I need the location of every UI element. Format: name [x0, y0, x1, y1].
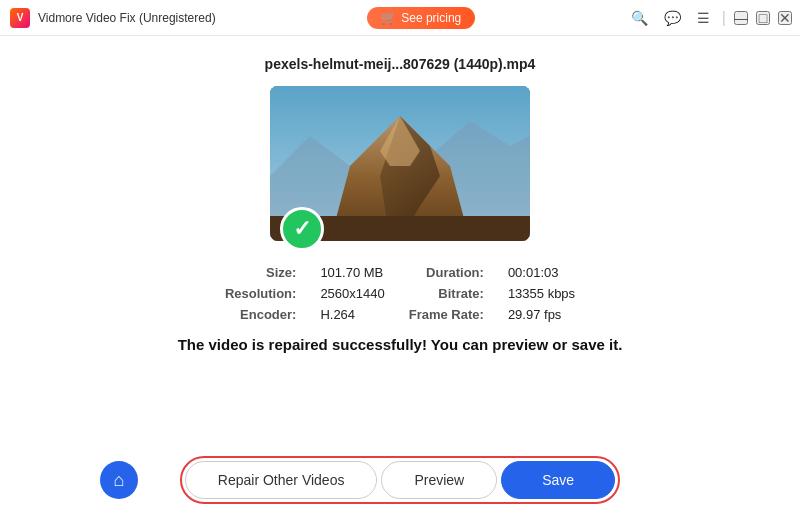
duration-label: Duration: [409, 265, 484, 280]
duration-value: 00:01:03 [508, 265, 575, 280]
menu-icon: ☰ [697, 10, 710, 26]
size-label: Size: [225, 265, 297, 280]
chat-icon: 💬 [664, 10, 681, 26]
search-icon: 🔍 [631, 10, 648, 26]
title-bar-center: 🛒 See pricing [367, 7, 475, 29]
bottom-bar: ⌂ Repair Other Videos Preview Save [40, 456, 760, 504]
cart-icon: 🛒 [381, 11, 396, 25]
encoder-label: Encoder: [225, 307, 297, 322]
repair-other-button[interactable]: Repair Other Videos [185, 461, 378, 499]
preview-button[interactable]: Preview [381, 461, 497, 499]
app-title: Vidmore Video Fix (Unregistered) [38, 11, 216, 25]
success-message: The video is repaired successfully! You … [178, 336, 623, 353]
minimize-button[interactable]: — [734, 11, 748, 25]
success-checkmark [280, 207, 324, 251]
search-button[interactable]: 🔍 [627, 8, 652, 28]
close-icon: ✕ [779, 10, 791, 26]
encoder-value: H.264 [320, 307, 384, 322]
info-grid: Size: 101.70 MB Duration: 00:01:03 Resol… [225, 265, 575, 322]
title-bar: V Vidmore Video Fix (Unregistered) 🛒 See… [0, 0, 800, 36]
bitrate-label: Bitrate: [409, 286, 484, 301]
minimize-icon: — [734, 10, 748, 26]
size-value: 101.70 MB [320, 265, 384, 280]
home-button[interactable]: ⌂ [100, 461, 138, 499]
home-icon: ⌂ [114, 470, 125, 491]
file-name: pexels-helmut-meij...807629 (1440p).mp4 [265, 56, 536, 72]
chat-button[interactable]: 💬 [660, 8, 685, 28]
bitrate-value: 13355 kbps [508, 286, 575, 301]
title-bar-left: V Vidmore Video Fix (Unregistered) [10, 8, 216, 28]
see-pricing-button[interactable]: 🛒 See pricing [367, 7, 475, 29]
resolution-value: 2560x1440 [320, 286, 384, 301]
action-buttons-group: Repair Other Videos Preview Save [180, 456, 620, 504]
separator: | [722, 9, 726, 27]
framerate-value: 29.97 fps [508, 307, 575, 322]
video-container [270, 86, 530, 241]
framerate-label: Frame Rate: [409, 307, 484, 322]
maximize-icon: □ [759, 10, 767, 26]
app-icon: V [10, 8, 30, 28]
resolution-label: Resolution: [225, 286, 297, 301]
main-content: pexels-helmut-meij...807629 (1440p).mp4 [0, 36, 800, 520]
maximize-button[interactable]: □ [756, 11, 770, 25]
save-button[interactable]: Save [501, 461, 615, 499]
menu-button[interactable]: ☰ [693, 8, 714, 28]
see-pricing-label: See pricing [401, 11, 461, 25]
close-button[interactable]: ✕ [778, 11, 792, 25]
title-bar-right: 🔍 💬 ☰ | — □ ✕ [627, 8, 792, 28]
